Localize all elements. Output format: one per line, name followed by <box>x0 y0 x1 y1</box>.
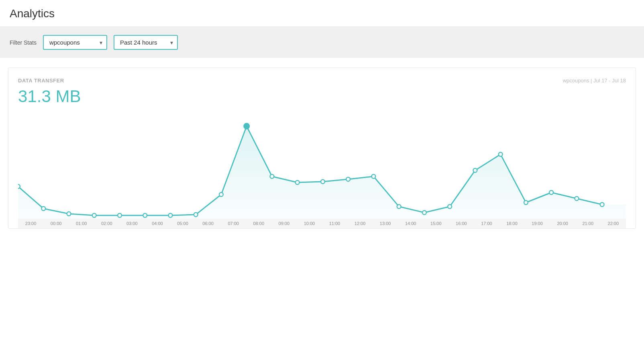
dot-03 <box>118 213 122 217</box>
x-label-21: 21:00 <box>575 221 601 226</box>
dot-02 <box>92 213 96 217</box>
dot-05 <box>169 213 173 217</box>
x-label-03: 03:00 <box>119 221 145 226</box>
dot-12 <box>346 177 350 181</box>
x-label-17: 17:00 <box>474 221 499 226</box>
chart-section: DATA TRANSFER wpcoupons | Jul 17 - Jul 1… <box>8 68 636 229</box>
dot-15 <box>422 211 426 215</box>
line-chart <box>18 114 626 219</box>
period-select-wrapper: Past 24 hours Past 7 days Past 30 days <box>114 35 178 50</box>
dot-23 <box>18 184 20 188</box>
chart-header: DATA TRANSFER wpcoupons | Jul 17 - Jul 1… <box>18 78 626 84</box>
dot-18 <box>499 152 503 156</box>
x-axis-labels: 23:00 00:00 01:00 02:00 03:00 04:00 05:0… <box>18 219 626 228</box>
site-select[interactable]: wpcoupons <box>43 35 107 50</box>
chart-area: 23:00 00:00 01:00 02:00 03:00 04:00 05:0… <box>18 114 626 228</box>
x-label-01: 01:00 <box>69 221 94 226</box>
dot-17 <box>473 168 477 172</box>
x-label-10: 10:00 <box>297 221 322 226</box>
dot-08 <box>244 123 249 129</box>
dot-01 <box>67 212 71 216</box>
filter-label: Filter Stats <box>10 39 37 46</box>
dot-04 <box>143 213 147 217</box>
x-label-16: 16:00 <box>448 221 474 226</box>
dot-22 <box>600 203 604 207</box>
dot-00 <box>41 207 45 211</box>
dot-06 <box>194 213 198 217</box>
dot-11 <box>321 180 325 184</box>
dot-16 <box>448 205 452 209</box>
page-header: Analytics <box>0 0 644 27</box>
x-label-22: 22:00 <box>601 221 626 226</box>
x-label-15: 15:00 <box>423 221 448 226</box>
dot-10 <box>296 180 300 184</box>
page-title: Analytics <box>10 7 634 20</box>
chart-meta: wpcoupons | Jul 17 - Jul 18 <box>563 78 626 84</box>
period-select[interactable]: Past 24 hours Past 7 days Past 30 days <box>114 35 178 50</box>
chart-value: 31.3 MB <box>18 87 626 114</box>
x-label-11: 11:00 <box>322 221 347 226</box>
x-label-09: 09:00 <box>271 221 297 226</box>
dot-21 <box>575 197 579 201</box>
x-label-05: 05:00 <box>170 221 195 226</box>
dot-09 <box>270 174 274 178</box>
x-label-12: 12:00 <box>347 221 373 226</box>
x-label-08: 08:00 <box>246 221 271 226</box>
chart-label: DATA TRANSFER <box>18 78 64 84</box>
dot-19 <box>524 201 528 205</box>
x-label-06: 06:00 <box>196 221 221 226</box>
x-label-07: 07:00 <box>221 221 246 226</box>
x-label-19: 19:00 <box>525 221 550 226</box>
x-label-00: 00:00 <box>43 221 69 226</box>
x-label-20: 20:00 <box>550 221 575 226</box>
x-label-18: 18:00 <box>499 221 524 226</box>
dot-07 <box>219 192 223 197</box>
dot-20 <box>549 190 553 194</box>
dot-13 <box>372 174 376 178</box>
x-label-13: 13:00 <box>373 221 398 226</box>
site-select-wrapper: wpcoupons <box>43 35 107 50</box>
x-label-04: 04:00 <box>145 221 170 226</box>
x-label-14: 14:00 <box>398 221 423 226</box>
x-label-02: 02:00 <box>94 221 119 226</box>
x-label-23: 23:00 <box>18 221 43 226</box>
filter-bar: Filter Stats wpcoupons Past 24 hours Pas… <box>0 27 644 58</box>
dot-14 <box>397 205 401 209</box>
chart-fill <box>18 126 626 219</box>
